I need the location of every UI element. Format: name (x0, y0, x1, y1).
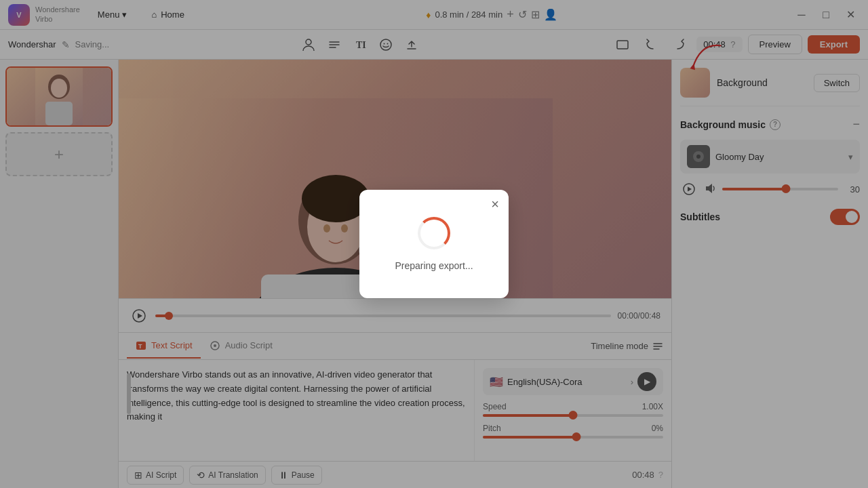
modal-close-button[interactable]: × (491, 197, 499, 212)
export-modal: × Preparing export... (359, 190, 509, 298)
modal-preparing-text: Preparing export... (395, 260, 473, 271)
loading-spinner (418, 217, 450, 249)
modal-overlay[interactable]: × Preparing export... (0, 0, 868, 488)
